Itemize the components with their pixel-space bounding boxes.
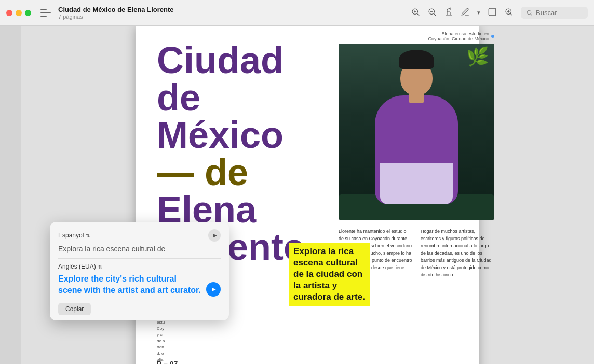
body-col-2: Hogar de muchos artistas, escritores y f… [421, 228, 494, 279]
title-line1: Ciudad deMéxico [157, 39, 284, 156]
document-subtitle: 7 páginas [58, 13, 407, 20]
main-content: Ciudad deMéxico — de Elena Llorente SegM… [0, 26, 594, 364]
svg-line-10 [531, 14, 532, 15]
source-lang-row: Espanyol ⇅ [58, 229, 221, 242]
target-lang-chevron[interactable]: ⇅ [98, 264, 102, 270]
source-lang-label: Espanyol ⇅ [58, 232, 90, 239]
zoom-out-icon[interactable] [427, 7, 437, 19]
zoom-in-icon[interactable] [411, 7, 420, 19]
source-lang-chevron[interactable]: ⇅ [86, 233, 90, 239]
photo-background: 🌿 [339, 44, 494, 220]
titlebar: Ciudad de México de Elena Llorente 7 pág… [0, 0, 594, 26]
person-photo: 🌿 [339, 44, 494, 220]
share-icon[interactable] [444, 7, 453, 19]
popup-divider [58, 258, 221, 259]
target-text-row: Explore the city's rich cultural scene w… [58, 273, 221, 297]
document-area: Ciudad deMéxico — de Elena Llorente SegM… [21, 26, 594, 364]
photo-caption: Elena en su estudio en Coyoacán, Ciudad … [339, 31, 494, 41]
markup-icon[interactable] [461, 7, 470, 19]
person-hair [399, 50, 434, 69]
translated-text: Explore the city's rich cultural scene w… [58, 273, 206, 297]
title-info: Ciudad de México de Elena Llorente 7 pág… [58, 6, 407, 20]
caption-text: Elena en su estudio en Coyoacán, Ciudad … [428, 31, 489, 41]
target-lang-label: Anglès (EUA) ⇅ [58, 263, 102, 270]
svg-line-5 [434, 13, 436, 16]
page-right-column: Elena en su estudio en Coyoacán, Ciudad … [333, 26, 505, 364]
left-sidebar [0, 26, 21, 364]
caption-dot [491, 35, 494, 38]
sidebar-toggle-button[interactable] [40, 9, 51, 17]
highlight-text-block: Explora la rica escena cultural de la ci… [289, 243, 370, 306]
crop-icon[interactable] [488, 7, 497, 19]
translation-popup: Espanyol ⇅ Explora la rica escena cultur… [50, 222, 229, 320]
title-dash: — de [157, 151, 248, 193]
fullscreen-button[interactable] [25, 10, 31, 16]
svg-rect-7 [489, 8, 496, 16]
search-icon [526, 9, 533, 16]
close-button[interactable] [6, 10, 12, 16]
svg-line-1 [417, 13, 419, 16]
source-text: Explora la rica escena cultural de [58, 245, 221, 253]
target-lang-row: Anglès (EUA) ⇅ [58, 263, 221, 270]
svg-point-9 [527, 10, 531, 15]
person-pants [380, 163, 453, 204]
copy-button[interactable]: Copiar [58, 303, 91, 315]
find-icon[interactable] [504, 7, 514, 19]
toolbar-right: ▾ [411, 7, 588, 19]
plant-icon: 🌿 [466, 46, 489, 67]
minimize-button[interactable] [16, 10, 22, 16]
page-number: P – 07 [157, 360, 178, 364]
search-input[interactable] [536, 9, 583, 17]
markup-chevron-icon[interactable]: ▾ [477, 9, 480, 16]
play-translated-button[interactable] [206, 282, 221, 297]
search-box[interactable] [521, 7, 588, 19]
document-title: Ciudad de México de Elena Llorente [58, 6, 407, 13]
traffic-lights [6, 10, 31, 16]
play-source-button[interactable] [208, 229, 221, 242]
